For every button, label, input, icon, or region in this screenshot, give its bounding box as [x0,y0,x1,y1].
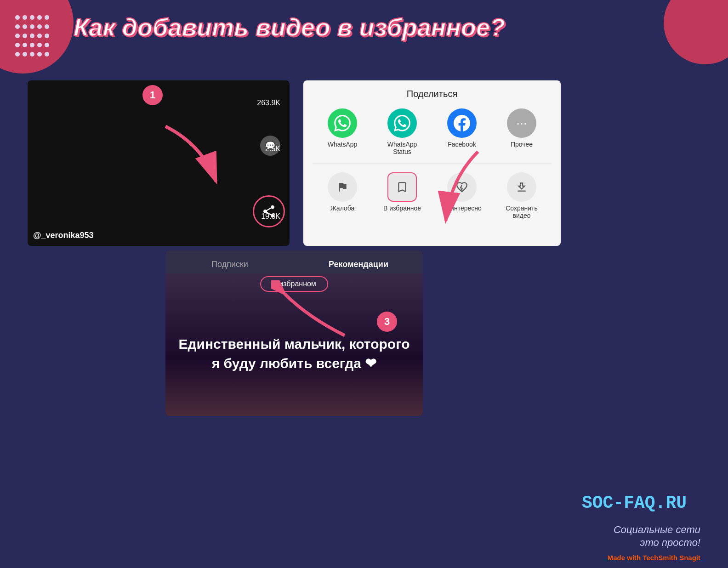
action-favorites[interactable]: В избранное [381,172,423,219]
not-interesting-label: Неинтересно [442,204,482,212]
action-not-interesting[interactable]: Неинтересно [441,172,483,219]
download-icon [507,172,536,202]
bookmark-icon [387,172,417,202]
share-icon-circle [253,195,285,227]
action-complaint[interactable]: Жалоба [322,172,363,219]
whatsapp-icon [328,108,357,138]
page-title: Как добавить видео в избранное? [74,13,691,41]
share-app-other[interactable]: ··· Прочее [503,108,540,155]
arrow-3 [271,280,354,345]
complaint-label: Жалоба [330,204,354,212]
step3-tabs: Подписки Рекомендации [165,250,423,275]
facebook-icon [447,108,477,138]
step-badge-3: 3 [377,312,397,332]
whatsapp-status-label: WhatsAppStatus [387,141,417,155]
share-apps-row: WhatsApp WhatsAppStatus Facebook ··· Про… [303,104,561,160]
tab-subscriptions[interactable]: Подписки [165,255,294,275]
facebook-label: Facebook [448,141,476,148]
share-app-whatsapp[interactable]: WhatsApp [324,108,361,155]
dots-decoration [14,14,60,60]
flag-icon [328,172,357,202]
other-icon: ··· [507,108,536,138]
step1-username: @_veronika953 [33,231,94,240]
step1-count-mid: 2.5K [265,145,280,153]
share-actions-row: Жалоба В избранное Неинтересно [303,168,561,224]
share-divider [313,164,552,164]
step1-count-top: 263.9K [257,99,280,107]
made-with: Made with TechSmith Snagit [608,554,700,562]
share-dialog-title: Поделиться [303,80,561,104]
save-video-label: Сохранитьвидео [506,204,538,219]
watermark-sub2: это просто! [640,537,700,549]
step-badge-1: 1 [142,85,163,105]
share-app-whatsapp-status[interactable]: WhatsAppStatus [384,108,421,155]
tab-recommendations[interactable]: Рекомендации [294,255,423,275]
action-save-video[interactable]: Сохранитьвидео [501,172,542,219]
step2-panel: Поделиться WhatsApp WhatsAppStatus [303,80,561,246]
watermark-sub1: Социальные сети [614,524,700,536]
step1-count-bot: 19.3K [261,212,280,221]
other-label: Прочее [511,141,533,148]
favorites-label: В избранное [383,204,421,212]
heart-broken-icon [447,172,477,202]
whatsapp-label: WhatsApp [328,141,358,148]
watermark-brand: SOC-FAQ.RU [582,493,687,513]
whatsapp-status-icon [387,108,417,138]
share-app-facebook[interactable]: Facebook [444,108,480,155]
step1-panel: @_veronika953 263.9K 💬 2.5K 19.3K [28,80,290,246]
